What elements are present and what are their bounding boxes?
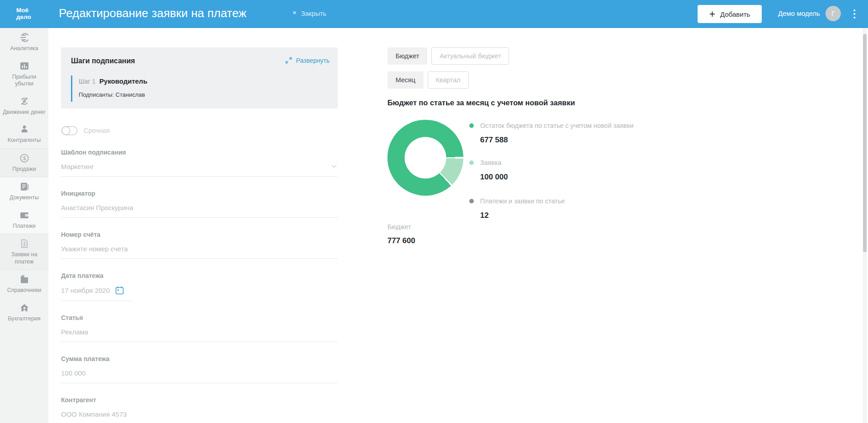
sidebar-item-documents[interactable]: Документы — [0, 177, 48, 206]
budget-total-value: 777 600 — [387, 236, 415, 245]
field-value-text: 17 ноября 2020 — [61, 287, 110, 294]
counterparties-icon — [19, 124, 30, 135]
sidebar-item-analytics[interactable]: Аналитика — [0, 28, 48, 56]
kebab-menu-icon[interactable] — [853, 9, 856, 19]
tab-quarter[interactable]: Квартал — [428, 71, 469, 89]
sidebar-item-profit-loss[interactable]: Прибыли убытки — [0, 56, 48, 92]
sidebar-label: Прибыли убытки — [3, 74, 46, 88]
svg-text:$: $ — [23, 241, 25, 245]
payment-date-input[interactable]: 17 ноября 2020 — [61, 286, 132, 301]
page-title: Редактирование заявки на платеж — [59, 6, 246, 20]
tab-month[interactable]: Месяц — [387, 71, 424, 89]
field-counterparty: Контрагент ООО Компания 4573 — [61, 396, 338, 423]
field-value-text: 100 000 — [61, 369, 85, 377]
chevron-down-icon — [331, 164, 337, 168]
scrollbar-thumb[interactable] — [863, 34, 867, 252]
documents-icon — [19, 181, 30, 192]
expand-label: Развернуть — [296, 57, 330, 64]
sidebar-label: Движение денег — [3, 109, 45, 116]
add-button[interactable]: + Добавить — [698, 5, 762, 23]
signing-steps-card: Шаги подписания Развернуть Шаг 1 Руковод… — [61, 47, 338, 108]
legend-label: Заявка — [480, 159, 501, 166]
add-button-label: Добавить — [720, 10, 750, 18]
legend-item-remaining: Остаток бюджета по статье с учетом новой… — [469, 122, 633, 145]
cash-flow-icon: ₽ — [19, 96, 30, 107]
legend-item-payments-count: Платежи и заявки по статье 12 — [469, 197, 565, 220]
field-initiator: Инициатор Анастасия Проскурина — [61, 190, 338, 218]
field-value-text: Маркетинг — [61, 163, 94, 170]
budget-donut-chart — [387, 120, 463, 196]
legend-item-request: Заявка 100 000 — [469, 159, 508, 182]
signing-step-1: Шаг 1 Руководитель Подписанты: Станислав — [71, 75, 147, 102]
tab-actual-budget[interactable]: Актуальный бюджет — [431, 47, 509, 65]
sidebar-label: Справочники — [7, 287, 42, 294]
step-role: Руководитель — [99, 77, 147, 85]
period-tabs: Месяц Квартал — [387, 71, 469, 89]
payment-amount-input[interactable]: 100 000 — [61, 369, 338, 383]
logo-line2: дело — [16, 14, 31, 20]
legend-dot-gray — [469, 199, 474, 203]
field-label: Сумма платежа — [61, 355, 338, 362]
close-button[interactable]: Закрыть — [301, 10, 326, 17]
urgent-toggle[interactable]: Срочная — [61, 126, 338, 136]
donut-hole — [405, 137, 446, 179]
account-name[interactable]: Демо модель — [778, 9, 820, 17]
payment-request-form: Шаги подписания Развернуть Шаг 1 Руковод… — [61, 47, 338, 423]
invoice-number-input[interactable]: Укажите номер счета — [61, 245, 338, 259]
legend-value: 12 — [480, 211, 565, 220]
avatar[interactable]: Г — [826, 6, 841, 21]
urgent-toggle-label: Срочная — [84, 127, 110, 134]
field-invoice-number: Номер счёта Укажите номер счета — [61, 231, 338, 259]
sidebar-label: Аналитика — [10, 45, 38, 52]
sidebar-label: Платежи — [13, 223, 36, 230]
legend-label: Платежи и заявки по статье — [480, 197, 565, 205]
plus-icon: + — [709, 9, 715, 19]
field-value-text: Реклама — [61, 328, 88, 336]
field-label: Инициатор — [61, 190, 338, 197]
sidebar: Аналитика Прибыли убытки ₽ Движение дене… — [0, 28, 48, 423]
moe-delo-logo[interactable]: Моё дело — [16, 7, 31, 20]
expand-icon — [285, 56, 292, 64]
sidebar-item-payment-requests[interactable]: $ Заявки на платеж — [0, 234, 48, 270]
initiator-input[interactable]: Анастасия Проскурина — [61, 204, 338, 218]
legend-value: 100 000 — [480, 173, 508, 182]
sidebar-item-cash-flow[interactable]: ₽ Движение денег — [0, 92, 48, 120]
tab-budget[interactable]: Бюджет — [387, 47, 427, 65]
field-article: Статья Реклама — [61, 314, 338, 342]
calendar-icon[interactable] — [115, 286, 124, 295]
field-payment-date: Дата платежа 17 ноября 2020 — [61, 272, 338, 301]
field-value-text: ООО Компания 4573 — [61, 410, 127, 418]
profit-loss-icon — [19, 61, 30, 71]
sidebar-label: Контрагенты — [8, 137, 41, 144]
close-icon[interactable]: × — [292, 9, 297, 16]
step-signers: Подписанты: Станислав — [79, 91, 147, 98]
legend-label: Остаток бюджета по статье с учетом новой… — [480, 122, 633, 129]
sidebar-item-directories[interactable]: Справочники — [0, 270, 48, 298]
sidebar-label: Документы — [9, 194, 38, 202]
field-label: Статья — [61, 314, 338, 321]
svg-text:$: $ — [23, 155, 25, 161]
sidebar-label: Бухгалтерия — [8, 315, 40, 323]
signing-template-select[interactable]: Маркетинг — [61, 163, 338, 177]
sidebar-item-payments[interactable]: Платежи — [0, 206, 48, 234]
budget-panel: Бюджет Актуальный бюджет Месяц Квартал Б… — [387, 47, 672, 400]
analytics-icon — [19, 32, 30, 43]
sales-icon: $ — [19, 153, 30, 164]
article-input[interactable]: Реклама — [61, 328, 338, 342]
sidebar-item-counterparties[interactable]: Контрагенты — [0, 120, 48, 148]
field-label: Дата платежа — [61, 272, 338, 279]
sidebar-item-sales[interactable]: $ Продажи — [0, 148, 48, 178]
sidebar-item-accounting[interactable]: Бухгалтерия — [0, 298, 48, 327]
signing-steps-title: Шаги подписания — [71, 57, 135, 65]
step-number: Шаг 1 — [79, 78, 95, 85]
counterparty-input[interactable]: ООО Компания 4573 — [61, 410, 338, 423]
app-header: Моё дело Редактирование заявки на платеж… — [0, 0, 868, 28]
budget-type-tabs: Бюджет Актуальный бюджет — [387, 47, 509, 65]
expand-button[interactable]: Развернуть — [285, 56, 330, 64]
legend-value: 677 588 — [480, 136, 633, 145]
field-payment-amount: Сумма платежа 100 000 — [61, 355, 338, 383]
toggle-off-icon — [61, 126, 78, 136]
accounting-icon — [19, 302, 30, 313]
legend-dot-light-green — [469, 160, 474, 165]
svg-text:₽: ₽ — [23, 99, 26, 103]
